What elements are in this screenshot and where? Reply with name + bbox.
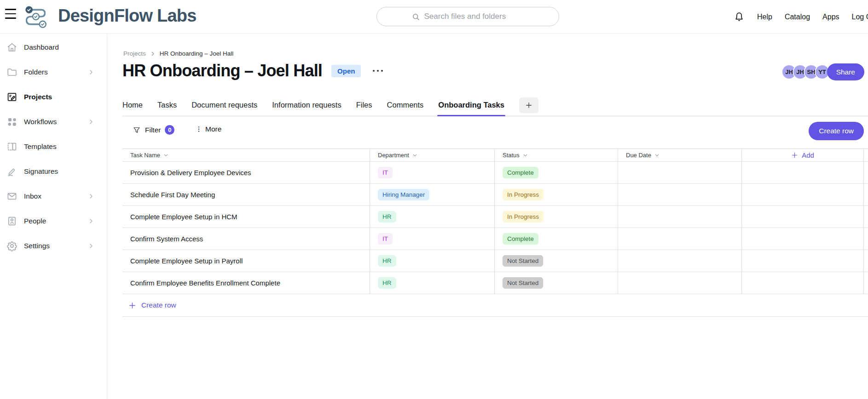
- status-chip[interactable]: Complete: [503, 233, 538, 245]
- table-toolbar: Filter 0 More Create row: [122, 120, 868, 142]
- column-header-status[interactable]: Status: [494, 149, 618, 161]
- column-header-department[interactable]: Department: [370, 149, 494, 161]
- tab-document-requests[interactable]: Document requests: [191, 101, 257, 116]
- tab-comments[interactable]: Comments: [387, 101, 424, 116]
- search-input[interactable]: [424, 12, 525, 21]
- breadcrumb-chevron-icon: [150, 51, 156, 57]
- column-header-due-date[interactable]: Due Date: [618, 149, 741, 161]
- create-row-button[interactable]: Create row: [809, 122, 864, 140]
- tab-information-requests[interactable]: Information requests: [272, 101, 341, 116]
- add-column-button[interactable]: Add: [741, 149, 864, 161]
- task-name-cell[interactable]: Provision & Delivery Employee Devices: [130, 169, 251, 177]
- sidebar-item-label: Templates: [24, 142, 57, 151]
- tab-onboarding-tasks[interactable]: Onboarding Tasks: [438, 101, 504, 116]
- global-search[interactable]: [376, 7, 559, 26]
- template-icon: [6, 141, 17, 152]
- sidebar-item-projects[interactable]: Projects: [0, 85, 107, 109]
- status-chip[interactable]: Not Started: [503, 255, 543, 267]
- task-name-cell[interactable]: Complete Employee Setup in HCM: [130, 213, 237, 221]
- brand-logo-icon: [23, 6, 49, 30]
- department-chip[interactable]: IT: [378, 233, 393, 245]
- extra-cell: [741, 184, 864, 205]
- table-header-row: Task Name Department Status Due Date Add: [122, 149, 868, 162]
- extra-cell: [741, 228, 864, 250]
- sidebar-item-people[interactable]: People: [0, 209, 107, 234]
- sidebar-item-dashboard[interactable]: Dashboard: [0, 35, 107, 60]
- title-row: HR Onboarding – Joel Hall Open: [122, 60, 386, 81]
- status-chip[interactable]: In Progress: [503, 189, 544, 200]
- more-label: More: [205, 125, 221, 133]
- department-chip[interactable]: HR: [378, 211, 396, 222]
- sidebar-item-label: Projects: [24, 93, 52, 101]
- breadcrumb-projects-link[interactable]: Projects: [123, 50, 146, 57]
- due-date-cell[interactable]: [618, 206, 741, 228]
- department-chip[interactable]: Hiring Manager: [378, 189, 429, 200]
- workflow-nodes-icon: [6, 116, 17, 127]
- nav-link-catalog[interactable]: Catalog: [785, 13, 810, 21]
- gear-icon: [6, 240, 17, 251]
- add-tab-button[interactable]: [519, 97, 538, 113]
- sidebar-item-workflows[interactable]: Workflows: [0, 109, 107, 134]
- due-date-cell[interactable]: [618, 250, 741, 272]
- notifications-button[interactable]: [734, 11, 745, 23]
- bell-icon: [734, 11, 745, 23]
- nav-link-logout[interactable]: Log Out: [852, 13, 868, 21]
- task-name-cell[interactable]: Confirm Employee Benefits Enrollment Com…: [130, 279, 280, 287]
- more-button[interactable]: More: [195, 125, 221, 133]
- title-overflow-menu-button[interactable]: [370, 67, 386, 75]
- due-date-cell[interactable]: [618, 272, 741, 294]
- extra-cell: [741, 206, 864, 228]
- plus-icon: [791, 152, 798, 159]
- envelope-icon: [6, 191, 17, 202]
- plus-icon: [525, 101, 533, 109]
- sidebar: Dashboard Folders Projects: [0, 34, 107, 399]
- extra-cell: [741, 162, 864, 183]
- breadcrumb: Projects HR Onboarding – Joel Hall: [123, 50, 233, 57]
- due-date-cell[interactable]: [618, 228, 741, 250]
- table-row[interactable]: Provision & Delivery Employee Devices IT…: [122, 162, 868, 184]
- sidebar-item-settings[interactable]: Settings: [0, 234, 107, 258]
- task-name-cell[interactable]: Confirm System Access: [130, 235, 203, 243]
- department-chip[interactable]: HR: [378, 277, 396, 289]
- table-row[interactable]: Confirm System Access IT Complete: [122, 228, 868, 250]
- tab-tasks[interactable]: Tasks: [157, 101, 177, 116]
- status-badge: Open: [331, 65, 361, 77]
- ellipsis-icon: [372, 68, 384, 73]
- filter-label: Filter: [145, 126, 161, 134]
- table-row[interactable]: Schedule First Day Meeting Hiring Manage…: [122, 184, 868, 206]
- status-chip[interactable]: Complete: [503, 167, 538, 178]
- extra-cell: [741, 272, 864, 294]
- nav-link-help[interactable]: Help: [757, 13, 772, 21]
- filter-count-badge: 0: [165, 125, 174, 135]
- share-button[interactable]: Share: [827, 63, 864, 80]
- table-row[interactable]: Complete Employee Setup in Payroll HR No…: [122, 250, 868, 272]
- tab-files[interactable]: Files: [356, 101, 372, 116]
- department-chip[interactable]: IT: [378, 167, 393, 178]
- chevron-right-icon: [87, 118, 95, 125]
- department-chip[interactable]: HR: [378, 255, 396, 267]
- status-chip[interactable]: Not Started: [503, 277, 543, 289]
- chevron-down-icon: [412, 153, 417, 158]
- sidebar-item-folders[interactable]: Folders: [0, 60, 107, 85]
- column-header-task-name[interactable]: Task Name: [122, 149, 370, 161]
- brand-title: DesignFlow Labs: [58, 6, 196, 26]
- nav-link-apps[interactable]: Apps: [822, 13, 839, 21]
- chevron-down-icon: [163, 153, 168, 158]
- table-row[interactable]: Confirm Employee Benefits Enrollment Com…: [122, 272, 868, 294]
- status-chip[interactable]: In Progress: [503, 211, 544, 222]
- hamburger-menu-icon[interactable]: [5, 9, 16, 19]
- filter-button[interactable]: Filter 0: [133, 125, 174, 135]
- tab-home[interactable]: Home: [122, 101, 143, 116]
- task-name-cell[interactable]: Schedule First Day Meeting: [130, 191, 215, 199]
- task-name-cell[interactable]: Complete Employee Setup in Payroll: [130, 257, 243, 265]
- due-date-cell[interactable]: [618, 162, 741, 183]
- sidebar-item-inbox[interactable]: Inbox: [0, 184, 107, 209]
- sidebar-item-templates[interactable]: Templates: [0, 134, 107, 159]
- due-date-cell[interactable]: [618, 184, 741, 205]
- member-avatars[interactable]: JH JH SH YT: [782, 65, 827, 79]
- sidebar-item-label: Dashboard: [24, 43, 59, 51]
- sidebar-item-signatures[interactable]: Signatures: [0, 159, 107, 184]
- table-row[interactable]: Complete Employee Setup in HCM HR In Pro…: [122, 206, 868, 228]
- create-row-link[interactable]: Create row: [122, 294, 868, 317]
- onboarding-tasks-table: Task Name Department Status Due Date Add: [122, 148, 868, 317]
